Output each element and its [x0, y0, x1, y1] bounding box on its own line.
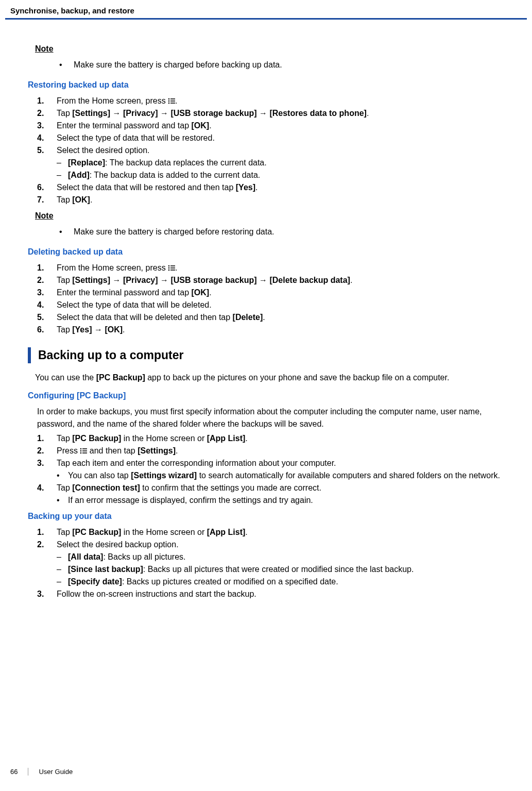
list-item: 5.Select the data that will be deleted a…: [37, 311, 506, 324]
step-text-post: .: [175, 96, 177, 105]
list-item: 6.Tap [Yes] → [OK].: [37, 324, 506, 336]
list-item: 3.Enter the terminal password and tap [O…: [37, 287, 506, 299]
step-text: Select the desired backup option.: [57, 540, 179, 549]
svg-point-6: [168, 265, 170, 267]
step-text: Select the desired option.: [57, 146, 150, 155]
svg-point-4: [168, 103, 170, 104]
intro-paragraph: You can use the [PC Backup] app to back …: [35, 372, 506, 384]
note-item: Make sure the battery is charged before …: [59, 226, 506, 238]
sub-item: You can also tap [Settings wizard] to se…: [57, 469, 506, 482]
chapter-title: Synchronise, backup, and restore: [10, 6, 134, 15]
svg-rect-17: [82, 452, 87, 453]
menu-icon: [168, 265, 175, 271]
svg-point-14: [80, 450, 82, 452]
sub-item: [Since last backup]: Backs up all pictur…: [57, 563, 506, 576]
note-list: Make sure the battery is charged before …: [59, 226, 506, 238]
note-list: Make sure the battery is charged before …: [59, 59, 506, 71]
deleting-steps: 1.From the Home screen, press . 2.Tap [S…: [37, 262, 506, 336]
backing-data-steps: 1.Tap [PC Backup] in the Home screen or …: [37, 526, 506, 600]
sub-item: [Replace]: The backup data replaces the …: [57, 157, 506, 169]
svg-point-10: [168, 270, 170, 271]
list-item: 7.Tap [OK].: [37, 194, 506, 206]
note-item: Make sure the battery is charged before …: [59, 59, 506, 71]
configuring-steps: 1.Tap [PC Backup] in the Home screen or …: [37, 432, 506, 507]
note-label: Note: [35, 44, 506, 54]
step-text-pre: From the Home screen, press: [57, 96, 168, 105]
step-text: Select the type of data that will be del…: [57, 300, 212, 309]
svg-point-12: [80, 448, 82, 450]
svg-rect-3: [170, 100, 175, 102]
section-heading-restoring: Restoring backed up data: [28, 80, 506, 90]
section-heading-configuring: Configuring [PC Backup]: [28, 391, 506, 400]
configuring-intro: In order to make backups, you must first…: [37, 406, 506, 430]
list-item: 2.Tap [Settings] → [Privacy] → [USB stor…: [37, 107, 506, 120]
page-number: 66: [10, 768, 28, 776]
menu-icon: [168, 98, 175, 104]
sub-item: [All data]: Backs up all pictures.: [57, 551, 506, 563]
svg-rect-7: [170, 265, 175, 266]
step-text: Select the type of data that will be res…: [57, 133, 215, 142]
svg-rect-9: [170, 267, 175, 268]
svg-rect-5: [170, 103, 175, 104]
step-text-pre: From the Home screen, press: [57, 263, 168, 272]
list-item: 1.From the Home screen, press .: [37, 262, 506, 274]
doc-title: User Guide: [39, 768, 73, 776]
main-heading-backup-computer: Backing up to a computer: [28, 347, 506, 363]
svg-point-16: [80, 452, 82, 454]
restoring-steps: 1.From the Home screen, press . 2.Tap [S…: [37, 95, 506, 206]
page-footer: 66User Guide: [10, 768, 73, 776]
list-item: 6.Select the data that will be restored …: [37, 181, 506, 194]
step-text: Tap each item and enter the correspondin…: [57, 459, 336, 467]
list-item: 5.Select the desired option. [Replace]: …: [37, 144, 506, 181]
step-text-post: .: [175, 263, 177, 272]
list-item: 3.Enter the terminal password and tap [O…: [37, 120, 506, 132]
svg-point-2: [168, 100, 170, 102]
svg-rect-13: [82, 448, 87, 449]
list-item: 2.Select the desired backup option. [All…: [37, 538, 506, 588]
list-item: 4.Tap [Connection test] to confirm that …: [37, 482, 506, 507]
list-item: 1.Tap [PC Backup] in the Home screen or …: [37, 432, 506, 445]
menu-icon: [80, 448, 87, 454]
list-item: 2.Tap [Settings] → [Privacy] → [USB stor…: [37, 274, 506, 287]
step-text-pre: Press: [57, 446, 80, 455]
section-heading-backing-data: Backing up your data: [28, 512, 506, 521]
svg-rect-11: [170, 270, 175, 271]
list-item: 2.Press and then tap [Settings].: [37, 445, 506, 457]
list-item: 1.Tap [PC Backup] in the Home screen or …: [37, 526, 506, 538]
list-item: 4.Select the type of data that will be r…: [37, 132, 506, 144]
svg-point-0: [168, 98, 170, 100]
sub-item: If an error message is displayed, confir…: [57, 494, 506, 507]
list-item: 3.Tap each item and enter the correspond…: [37, 457, 506, 482]
note-label: Note: [35, 211, 506, 221]
svg-rect-1: [170, 98, 175, 99]
list-item: 4.Select the type of data that will be d…: [37, 299, 506, 311]
svg-point-8: [168, 267, 170, 269]
list-item: 1.From the Home screen, press .: [37, 95, 506, 107]
sub-item: [Specify date]: Backs up pictures create…: [57, 576, 506, 588]
step-text: Follow the on-screen instructions and st…: [57, 590, 256, 598]
svg-rect-15: [82, 450, 87, 451]
list-item: 3.Follow the on-screen instructions and …: [37, 588, 506, 600]
section-heading-deleting: Deleting backed up data: [28, 247, 506, 257]
sub-item: [Add]: The backup data is added to the c…: [57, 169, 506, 181]
page-content: Note Make sure the battery is charged be…: [0, 20, 532, 600]
page-header: Synchronise, backup, and restore: [0, 0, 532, 18]
